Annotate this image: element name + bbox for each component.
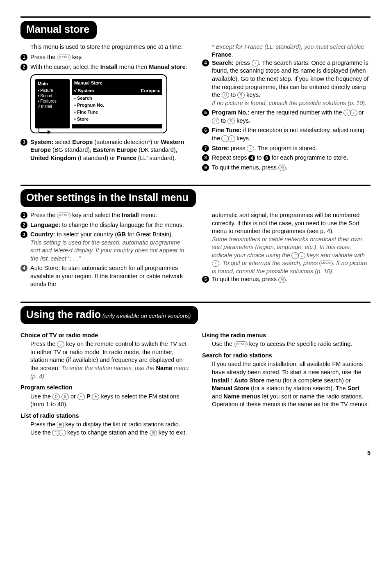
zero-key-icon: 0 bbox=[52, 394, 60, 400]
step-3: Country: to select your country (GB for … bbox=[20, 231, 189, 263]
step-8: Repeat steps 4 to 8 for each programme t… bbox=[202, 154, 371, 162]
text: for Great Britain). bbox=[126, 231, 173, 238]
down-key-icon: ⌄ bbox=[298, 252, 305, 259]
text: keys. bbox=[235, 117, 250, 124]
right-key-icon: › bbox=[212, 260, 219, 267]
zero-key-icon: 0 bbox=[212, 118, 219, 124]
other-settings-columns: Press the MENU key and select the Instal… bbox=[20, 211, 371, 290]
down-key-icon: ⌄ bbox=[59, 430, 66, 436]
text: : bbox=[186, 64, 187, 70]
text: Using the radio bbox=[26, 309, 101, 320]
step-3: System: select Europe (automatic detecti… bbox=[20, 138, 189, 162]
up-down-keys-icon: ⌃⌄ bbox=[292, 252, 305, 259]
using-radio-title: Using the radio (only available on certa… bbox=[20, 306, 198, 324]
left-right-keys-icon: ‹› bbox=[344, 110, 357, 116]
menu-key-icon: MENU bbox=[234, 341, 248, 347]
right-key-icon: › bbox=[247, 145, 254, 152]
step-5: To quit the menus, press ⊞. bbox=[202, 275, 371, 284]
text: Install bbox=[100, 64, 118, 70]
text: GB bbox=[117, 231, 126, 238]
text: To quit the menus, press bbox=[212, 276, 278, 282]
radio-key-icon: ♪ bbox=[57, 341, 64, 348]
text: Program No.: bbox=[212, 109, 250, 116]
list-stations-body: Press the ≣ key to display the list of r… bbox=[30, 421, 189, 437]
text: Eastern Europe bbox=[93, 146, 137, 153]
minus-key-icon: − bbox=[77, 394, 85, 400]
menu-item: • Search bbox=[72, 95, 162, 102]
page-number: 5 bbox=[20, 449, 371, 458]
exit-key-icon: ⊞ bbox=[278, 165, 286, 171]
text: enter the required number with the bbox=[250, 109, 344, 116]
menu-sub-column: Manual Store √ System Europe ▸ • Search … bbox=[72, 79, 162, 128]
text: keys and validate with bbox=[305, 252, 365, 259]
zero-key-icon: 0 bbox=[222, 92, 229, 98]
text: (for a station by station search). The bbox=[249, 385, 348, 391]
text: Fine Tune: bbox=[212, 127, 241, 133]
heading-list-stations: List of radio stations bbox=[20, 412, 189, 420]
text: menu (for a complete search) or bbox=[264, 377, 350, 384]
menu-item: √ Install bbox=[38, 104, 67, 109]
text: Press the bbox=[30, 421, 57, 428]
right-key-icon: › bbox=[228, 135, 235, 142]
menu-main-header: Main bbox=[38, 81, 67, 87]
text: or bbox=[357, 109, 364, 116]
step-5: Program No.: enter the required number w… bbox=[202, 109, 371, 125]
up-down-keys-icon: ⌃⌄ bbox=[52, 430, 66, 436]
heading-program-selection: Program selection bbox=[20, 384, 189, 392]
radio-menus-body: Use the MENU key to access the specific … bbox=[212, 340, 371, 348]
text: If you used the quick installation, all … bbox=[212, 361, 363, 375]
step-2: Language: to change the display language… bbox=[20, 221, 189, 229]
text: √ System bbox=[74, 88, 94, 94]
text: Name menus bbox=[223, 393, 260, 400]
right-key-icon: › bbox=[350, 110, 357, 116]
text: (DK standard), bbox=[137, 146, 177, 153]
manual-steps-left: Press the MENU key. With the cursor, sel… bbox=[20, 53, 189, 71]
manual-steps-left-2: System: select Europe (automatic detecti… bbox=[20, 138, 189, 162]
text: menu: bbox=[139, 212, 157, 218]
text: Manual store bbox=[149, 64, 185, 70]
text: To quit the menus, press bbox=[212, 164, 278, 171]
text: for each programme to store. bbox=[270, 154, 348, 161]
text: Sort bbox=[348, 385, 359, 391]
text: This setting is used for the search, aut… bbox=[30, 239, 189, 263]
text: . bbox=[286, 164, 287, 171]
manual-intro: This menu is used to store the programme… bbox=[30, 43, 189, 51]
section-rule bbox=[20, 16, 371, 18]
text: keys to change station and the bbox=[66, 429, 150, 436]
text: key to access the specific radio setting… bbox=[248, 341, 352, 347]
text: Search: bbox=[212, 59, 234, 66]
text: (automatic detection*) or bbox=[93, 139, 161, 145]
other-left-col: Press the MENU key and select the Instal… bbox=[20, 211, 189, 290]
step-9: To quit the menus, press ⊞. bbox=[202, 164, 371, 172]
text: to bbox=[255, 154, 263, 161]
radio-left-col: Choice of TV or radio mode Press the ♪ k… bbox=[20, 328, 189, 437]
other-settings-title: Other settings in the Install menu bbox=[20, 189, 196, 207]
text: Language: bbox=[30, 222, 60, 228]
text: keys. bbox=[245, 92, 260, 98]
text: Install : Auto Store bbox=[212, 377, 264, 384]
text: Press the bbox=[30, 212, 57, 218]
text: Auto Store: to start automatic search fo… bbox=[30, 265, 183, 287]
text: to bbox=[219, 117, 227, 124]
text: key and select the bbox=[70, 212, 122, 218]
text: to select your country ( bbox=[55, 231, 117, 238]
text: (LL' standard). bbox=[136, 155, 176, 161]
text: to change the display language for the m… bbox=[60, 222, 184, 228]
text: press bbox=[234, 59, 252, 66]
text: key. bbox=[70, 54, 83, 60]
menu-key-icon: MENU bbox=[319, 261, 333, 266]
text: Press the bbox=[30, 341, 57, 347]
menu-item: • Features bbox=[38, 98, 67, 104]
manual-store-title: Manual store bbox=[20, 21, 97, 39]
text: . bbox=[232, 51, 233, 58]
nine-key-icon: 9 bbox=[237, 92, 245, 98]
text: to bbox=[229, 92, 237, 98]
list-key-icon: ≣ bbox=[57, 422, 64, 428]
text: or bbox=[69, 393, 77, 400]
menu-item: • Picture bbox=[38, 88, 67, 93]
heading-choice-mode: Choice of TV or radio mode bbox=[20, 332, 189, 340]
left-key-icon: ‹ bbox=[343, 110, 351, 116]
step-ref-8-icon: 8 bbox=[264, 155, 270, 161]
text: Repeat steps bbox=[212, 154, 248, 161]
other-steps-right: To quit the menus, press ⊞. bbox=[202, 275, 371, 284]
